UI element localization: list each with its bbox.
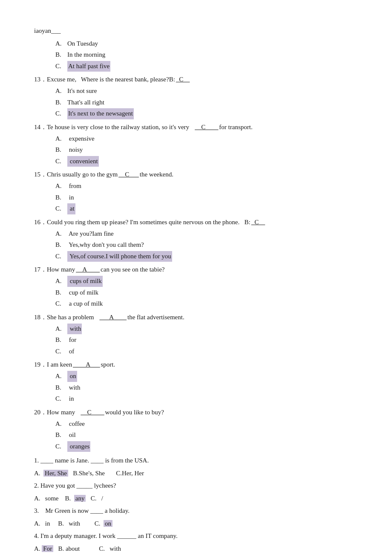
- option-label: A.: [55, 419, 67, 430]
- question-20: 20． How many __C____would you like to bu…: [34, 407, 358, 452]
- question-number-16: 16．: [34, 218, 47, 226]
- option-row: A. from: [55, 181, 358, 192]
- option-text-highlighted: with: [67, 324, 82, 335]
- question-16: 16． Could you ring them up piease? I'm s…: [34, 217, 358, 262]
- option-text: noisy: [67, 145, 83, 156]
- fill-q2-opt-a: A. some B.: [34, 495, 74, 502]
- question-line-13: 13． Excuse me, Where is the nearest bank…: [34, 74, 358, 84]
- question-continuation: A. On Tuesday B. In the morning C. At ha…: [34, 38, 358, 72]
- option-label: C.: [55, 108, 67, 119]
- option-row: B. for: [55, 335, 358, 346]
- question-18: 18． She has a problem ___A____the flat a…: [34, 312, 358, 357]
- fill-q2-num: 2.: [34, 482, 40, 489]
- fill-q2-opt-c: C. /: [86, 495, 103, 502]
- option-text-b: In the morning: [67, 49, 105, 61]
- option-text: That's all right: [67, 97, 104, 108]
- fill-q1-answer-label: A.: [34, 470, 43, 477]
- option-text-highlighted: oranges: [67, 441, 90, 452]
- option-text-c-highlighted: At half past five: [67, 61, 110, 72]
- options-list: A. On Tuesday B. In the morning C. At ha…: [55, 38, 358, 72]
- fill-q4-opt-b: B. about C. with: [53, 545, 121, 552]
- fill-q2-options: A. some B. any C. /: [34, 493, 358, 504]
- option-label: C.: [55, 156, 67, 167]
- question-13: 13． Excuse me, Where is the nearest bank…: [34, 74, 358, 119]
- option-label: B.: [55, 97, 67, 108]
- fill-q1-text: ____ name is Jane. ____ is from the USA.: [40, 457, 149, 464]
- option-row: A. Are you?Iam fine: [55, 228, 358, 240]
- answer-18: ___A____: [100, 314, 127, 321]
- option-text: in: [67, 192, 74, 203]
- option-row: C. in: [55, 393, 358, 405]
- fill-q2-text: Have you got _____ lychees?: [40, 482, 116, 489]
- option-text: from: [67, 181, 81, 192]
- question-number-17: 17．: [34, 266, 47, 274]
- option-row: B. in: [55, 192, 358, 203]
- option-row: C. It's next to the newsagent: [55, 108, 358, 119]
- question-text-17: How many__A____can you see on the tabie?: [47, 264, 358, 275]
- question-number-20: 20．: [34, 408, 47, 416]
- option-label-c: C.: [55, 61, 67, 72]
- option-label: C.: [55, 441, 67, 452]
- option-label: B.: [55, 192, 67, 203]
- question-15: 15． Chris usually go to the gym__C___the…: [34, 169, 358, 214]
- option-label: A.: [55, 228, 67, 240]
- fill-q4-answer: For: [42, 545, 53, 552]
- option-row: B. with: [55, 382, 358, 393]
- fill-q2-answer: any: [74, 495, 86, 502]
- options-13: A. It's not sure B. That's all right C. …: [55, 86, 358, 119]
- options-20: A. coffee B. oil C. oranges: [55, 419, 358, 452]
- fill-question-1: 1. ____ name is Jane. ____ is from the U…: [34, 455, 358, 466]
- option-label: A.: [55, 181, 67, 192]
- fill-questions-section: 1. ____ name is Jane. ____ is from the U…: [34, 455, 358, 555]
- fill-q1-options: A. Her, She B.She's, She C.Her, Her: [34, 468, 358, 479]
- question-line-18: 18． She has a problem ___A____the flat a…: [34, 312, 358, 322]
- option-label: A.: [55, 371, 67, 382]
- option-text: It's not sure: [67, 86, 97, 97]
- option-row: A. On Tuesday: [55, 38, 358, 49]
- option-label: A.: [55, 276, 67, 287]
- answer-20: __C____: [81, 409, 104, 416]
- question-line-20: 20． How many __C____would you like to bu…: [34, 407, 358, 417]
- answer-17: __A____: [76, 266, 100, 273]
- question-line-14: 14． Te house is very close to the railwa…: [34, 122, 358, 132]
- option-text-highlighted: convenient: [67, 156, 99, 167]
- question-text-15: Chris usually go to the gym__C___the wee…: [47, 169, 358, 179]
- options-18: A. with B. for C. of: [55, 324, 358, 357]
- option-text-highlighted: on: [67, 371, 77, 382]
- fill-q4-num: 4.: [34, 532, 40, 539]
- option-row: C. Yes,of course.I will phone them for y…: [55, 251, 358, 262]
- option-label: B.: [55, 382, 67, 393]
- option-row: A. It's not sure: [55, 86, 358, 97]
- option-text-highlighted: at: [67, 203, 75, 214]
- header-text: iaoyan___: [34, 26, 358, 37]
- fill-q4-options: A. For B. about C. with: [34, 543, 358, 555]
- options-19: A. on B. with C. in: [55, 371, 358, 405]
- fill-q1-opt-b: B.She's, She C.Her, Her: [68, 470, 144, 477]
- question-line-16: 16． Could you ring them up piease? I'm s…: [34, 217, 358, 227]
- fill-q3-options: A. in B. with C. on: [34, 518, 358, 529]
- option-row: B. cup of milk: [55, 287, 358, 298]
- fill-q3-answer: on: [104, 520, 112, 527]
- option-text: Are you?Iam fine: [67, 228, 114, 240]
- option-text: Yes,why don't you call them?: [67, 240, 144, 251]
- answer-19: ____A___: [73, 361, 100, 368]
- option-text: coffee: [67, 419, 85, 430]
- question-text-19: I am keen____A___sport.: [47, 359, 358, 370]
- option-row: A. with: [55, 324, 358, 335]
- option-label: B.: [55, 335, 67, 346]
- answer-16: C: [251, 219, 265, 225]
- question-number-13: 13．: [34, 75, 47, 84]
- question-number-18: 18．: [34, 313, 47, 321]
- option-label: C.: [55, 298, 67, 309]
- fill-q1-num: 1.: [34, 457, 40, 464]
- option-text-a: On Tuesday: [67, 38, 98, 49]
- question-text-14: Te house is very close to the railway st…: [47, 122, 358, 132]
- answer-14: __C____: [195, 124, 218, 130]
- options-16: A. Are you?Iam fine B. Yes,why don't you…: [55, 228, 358, 262]
- option-text-highlighted: cups of milk: [67, 276, 103, 287]
- options-17: A. cups of milk B. cup of milk C. a cup …: [55, 276, 358, 309]
- answer-15: __C___: [118, 171, 139, 178]
- answer-13: C: [176, 76, 190, 83]
- option-text: of: [67, 346, 74, 357]
- option-label: A.: [55, 86, 67, 97]
